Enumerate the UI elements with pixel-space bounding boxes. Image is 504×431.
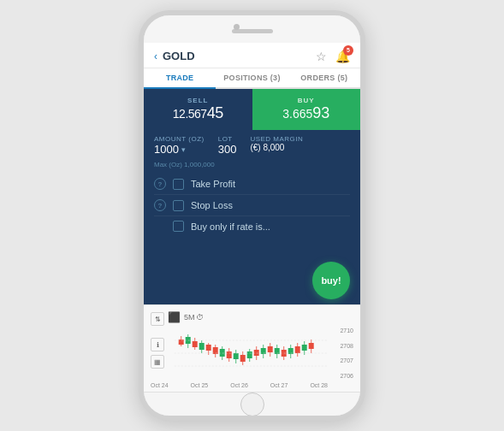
notification-badge: 5 <box>343 45 353 56</box>
phone-camera <box>234 24 240 30</box>
chart-toolbar: ⇅ ⬛ 5M ⏱ <box>151 309 353 326</box>
amount-label: Amount (Oz) <box>154 135 205 143</box>
svg-rect-19 <box>240 355 246 362</box>
take-profit-row: ? Take Profit <box>154 174 350 195</box>
stop-loss-label: Stop Loss <box>191 200 233 210</box>
header: ‹ GOLD ☆ 🔔 5 <box>144 43 360 68</box>
price-row: SELL 12.56745 BUY 3.66593 <box>144 89 360 130</box>
candlestick-icon[interactable]: ⬛ <box>168 311 181 323</box>
trade-content: SELL 12.56745 BUY 3.66593 Amount (Oz) <box>144 89 360 304</box>
take-profit-checkbox[interactable] <box>173 179 184 190</box>
stop-loss-help-icon[interactable]: ? <box>154 199 166 211</box>
chart-y-labels: 2710 2708 2707 2706 <box>338 328 353 379</box>
sell-label: SELL <box>187 97 208 104</box>
amount-row: Amount (Oz) 1000 ▾ Lot 300 Used Margin (… <box>144 130 360 159</box>
chart-canvas <box>168 328 335 379</box>
phone-bottom <box>144 392 360 416</box>
stop-loss-row: ? Stop Loss <box>154 195 350 216</box>
phone-top-bar <box>144 15 360 43</box>
y-label-3: 2707 <box>340 357 353 363</box>
buy-price-main: 3.665 <box>282 107 312 121</box>
buy-side[interactable]: BUY 3.66593 <box>252 89 361 130</box>
star-icon[interactable]: ☆ <box>316 50 327 63</box>
tab-orders[interactable]: ORDERS (5) <box>288 68 360 87</box>
margin-col: Used Margin (€) 8,000 <box>250 135 303 152</box>
buy-price: 3.66593 <box>282 104 329 122</box>
home-button[interactable] <box>240 393 264 416</box>
candlestick-chart <box>168 328 335 379</box>
chart-area: ℹ ▦ <box>151 328 353 379</box>
tabs-bar: TRADE POSITIONS (3) ORDERS (5) <box>144 68 360 89</box>
chart-timeframe[interactable]: 5M ⏱ <box>184 313 204 322</box>
lot-label: Lot <box>218 135 237 143</box>
x-label-2: Oct 25 <box>191 382 209 388</box>
sell-side[interactable]: SELL 12.56745 <box>144 89 252 130</box>
amount-number: 1000 <box>154 143 179 156</box>
chart-info-icon[interactable]: ℹ <box>151 338 164 351</box>
max-text: Max (Oz) 1,000,000 <box>144 159 360 170</box>
sell-price-big: 45 <box>207 104 223 121</box>
x-label-1: Oct 24 <box>151 382 169 388</box>
x-label-3: Oct 26 <box>230 382 248 388</box>
x-label-5: Oct 28 <box>310 382 328 388</box>
lot-value: 300 <box>218 143 237 156</box>
y-label-4: 2706 <box>340 373 353 379</box>
tab-trade[interactable]: TRADE <box>144 68 216 89</box>
buy-btn-row: buy! <box>144 258 360 304</box>
phone-screen: ‹ GOLD ☆ 🔔 5 TRADE POSITIONS (3) ORDERS … <box>144 43 360 392</box>
buy-label: BUY <box>298 97 315 104</box>
y-label-2: 2708 <box>340 343 353 349</box>
chart-left-icons: ⇅ <box>151 309 164 326</box>
svg-rect-23 <box>254 350 259 356</box>
buy-if-rate-label: Buy only if rate is... <box>191 221 270 232</box>
back-chevron-icon: ‹ <box>154 50 157 62</box>
timeframe-label: 5M <box>184 313 195 322</box>
svg-rect-9 <box>206 345 211 351</box>
take-profit-help-icon[interactable]: ? <box>154 178 166 190</box>
svg-rect-5 <box>193 341 198 347</box>
x-label-4: Oct 27 <box>270 382 288 388</box>
svg-rect-39 <box>309 343 314 349</box>
svg-rect-21 <box>247 351 252 358</box>
margin-value: (€) 8,000 <box>250 143 303 152</box>
svg-rect-17 <box>234 353 239 359</box>
phone-shell: ‹ GOLD ☆ 🔔 5 TRADE POSITIONS (3) ORDERS … <box>139 10 365 421</box>
svg-rect-15 <box>227 351 232 358</box>
take-profit-label: Take Profit <box>191 179 235 189</box>
clock-icon: ⏱ <box>196 313 204 322</box>
lot-col: Lot 300 <box>218 135 237 156</box>
buy-price-big: 93 <box>312 104 329 121</box>
header-title: GOLD <box>163 50 195 62</box>
svg-rect-37 <box>302 345 307 351</box>
chart-swap-icon[interactable]: ⇅ <box>151 312 164 326</box>
margin-label: Used Margin <box>250 135 303 143</box>
amount-col: Amount (Oz) 1000 ▾ <box>154 135 205 156</box>
svg-rect-13 <box>220 349 225 357</box>
sell-price: 12.56745 <box>173 104 223 122</box>
header-icons: ☆ 🔔 5 <box>316 49 350 64</box>
amount-dropdown-icon: ▾ <box>181 145 186 154</box>
tab-positions[interactable]: POSITIONS (3) <box>216 68 288 87</box>
bell-wrapper[interactable]: 🔔 5 <box>335 49 350 64</box>
buy-if-rate-checkbox[interactable] <box>173 221 184 232</box>
chart-section: ⇅ ⬛ 5M ⏱ ℹ ▦ <box>144 304 360 392</box>
y-label-1: 2710 <box>340 328 353 334</box>
buy-button[interactable]: buy! <box>312 262 350 299</box>
chart-x-labels: Oct 24 Oct 25 Oct 26 Oct 27 Oct 28 <box>151 382 353 388</box>
svg-rect-7 <box>199 343 205 350</box>
stop-loss-checkbox[interactable] <box>173 200 184 211</box>
sell-price-main: 12.567 <box>173 107 207 121</box>
options-section: ? Take Profit ? Stop Loss Buy only if ra… <box>144 170 360 258</box>
chart-grid-icon[interactable]: ▦ <box>151 355 164 369</box>
svg-rect-35 <box>295 346 300 353</box>
back-button[interactable]: ‹ GOLD <box>154 50 195 62</box>
svg-rect-27 <box>268 346 273 352</box>
buy-if-rate-row: Buy only if rate is... <box>154 216 350 236</box>
amount-value[interactable]: 1000 ▾ <box>154 143 205 156</box>
